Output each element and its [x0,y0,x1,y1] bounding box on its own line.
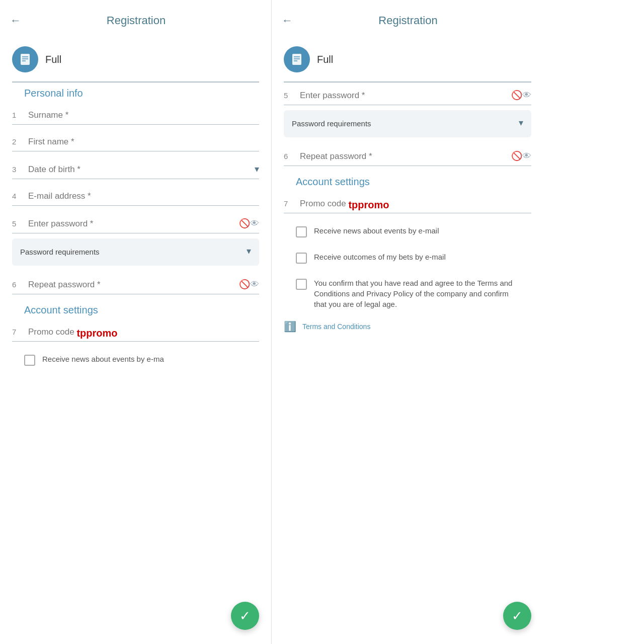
right-fab-icon: ✓ [512,608,523,624]
right-header: ← Registration [272,0,543,37]
left-account-settings-title: Account settings [12,299,259,320]
password-eye-icon[interactable]: 🚫👁 [239,218,259,231]
right-field-num-5: 5 [284,91,294,103]
right-checkbox-2[interactable] [296,253,307,264]
right-checkbox-row-1: Receive news about events by e-mail [284,218,531,245]
right-field-num-6: 6 [284,152,294,164]
left-checkbox-row-1: Receive news about events by e-ma [12,347,259,373]
right-password-req-label: Password requirements [292,119,371,128]
field-num-3: 3 [12,165,22,177]
email-field-row: 4 [12,184,259,206]
left-fab[interactable]: ✓ [231,602,259,630]
right-password-input-wrap [300,91,505,103]
right-repeat-password-eye-icon[interactable]: 🚫👁 [511,150,531,164]
field-num-6: 6 [12,280,22,292]
firstname-field-row: 2 [12,130,259,151]
email-input-wrap [28,191,259,203]
right-promo-field-row: 7 Promo code tppromo [284,192,531,213]
right-checkbox-row-2: Receive outcomes of my bets by e-mail [284,245,531,271]
firstname-input-wrap [28,137,259,149]
left-form: Personal info 1 2 3 ▾ 4 [0,83,271,645]
right-password-input[interactable] [300,91,505,103]
right-field-num-7: 7 [284,199,294,211]
repeat-password-eye-icon[interactable]: 🚫👁 [239,279,259,292]
promo-label: Promo code [28,327,76,339]
right-title: Registration [298,14,518,27]
repeat-password-input[interactable] [28,280,233,292]
right-password-eye-icon[interactable]: 🚫👁 [511,90,531,103]
right-fab[interactable]: ✓ [503,602,531,630]
password-req-chevron: ▾ [247,246,251,259]
repeat-password-field-row: 6 🚫👁 [12,272,259,294]
left-checkbox-1[interactable] [24,355,35,366]
svg-rect-0 [21,54,30,65]
password-input[interactable] [28,219,233,231]
right-badge-label: Full [317,54,333,65]
right-password-req-bar[interactable]: Password requirements ▾ [284,110,531,137]
promo-value: tppromo [76,328,117,339]
info-icon[interactable]: ℹ️ [284,320,296,333]
dob-field-row[interactable]: 3 ▾ [12,156,259,179]
right-full-badge: Full [272,37,543,82]
dob-input-wrap [28,165,249,177]
surname-input-wrap [28,110,259,122]
svg-rect-4 [292,54,301,65]
surname-field-row: 1 [12,103,259,125]
field-num-4: 4 [12,192,22,203]
right-repeat-password-input[interactable] [300,151,505,164]
firstname-input[interactable] [28,137,259,149]
right-promo-label: Promo code [300,199,348,211]
right-promo-value: tppromo [348,199,389,211]
repeat-password-input-wrap [28,280,233,292]
right-account-settings-title: Account settings [284,171,531,192]
left-personal-info-title: Personal info [12,83,259,103]
left-panel: ← Registration Full Personal info 1 2 [0,0,272,644]
dob-input[interactable] [28,165,249,177]
right-checkbox-1[interactable] [296,226,307,237]
right-back-button[interactable]: ← [282,14,293,27]
left-full-badge: Full [0,37,271,82]
right-checkbox-label-3: You confirm that you have read and agree… [314,278,519,309]
promo-input-wrap: Promo code tppromo [28,327,259,339]
right-password-req-chevron: ▾ [519,117,523,130]
left-back-button[interactable]: ← [10,14,21,27]
password-req-label: Password requirements [20,248,100,256]
left-fab-icon: ✓ [239,608,251,624]
left-badge-label: Full [45,54,61,65]
right-badge-icon [284,46,310,72]
password-req-bar[interactable]: Password requirements ▾ [12,238,259,266]
right-checkbox-label-2: Receive outcomes of my bets by e-mail [314,252,446,262]
dob-chevron-icon: ▾ [255,164,259,177]
right-panel: ← Registration Full 5 🚫👁 Password requir… [272,0,543,644]
right-repeat-password-input-wrap [300,151,505,164]
right-promo-input-wrap: Promo code tppromo [300,199,531,211]
right-checkbox-row-3: You confirm that you have read and agree… [284,271,531,316]
password-input-wrap [28,219,233,231]
left-header: ← Registration [0,0,271,37]
password-field-row: 5 🚫👁 [12,211,259,233]
surname-input[interactable] [28,110,259,122]
field-num-2: 2 [12,137,22,149]
field-num-7: 7 [12,328,22,339]
right-checkbox-label-1: Receive news about events by e-mail [314,225,439,236]
email-input[interactable] [28,191,259,203]
left-title: Registration [26,14,246,27]
right-checkbox-3[interactable] [296,279,307,290]
left-badge-icon [12,46,38,72]
left-checkbox-label-1: Receive news about events by e-ma [42,354,164,364]
right-password-field-row: 5 🚫👁 [284,83,531,105]
right-form: 5 🚫👁 Password requirements ▾ 6 🚫👁 Accoun… [272,83,543,645]
field-num-5: 5 [12,219,22,231]
field-num-1: 1 [12,111,22,122]
right-repeat-password-field-row: 6 🚫👁 [284,143,531,166]
promo-field-row: 7 Promo code tppromo [12,320,259,342]
terms-row: ℹ️ Terms and Conditions [284,316,531,337]
terms-link[interactable]: Terms and Conditions [302,323,370,331]
